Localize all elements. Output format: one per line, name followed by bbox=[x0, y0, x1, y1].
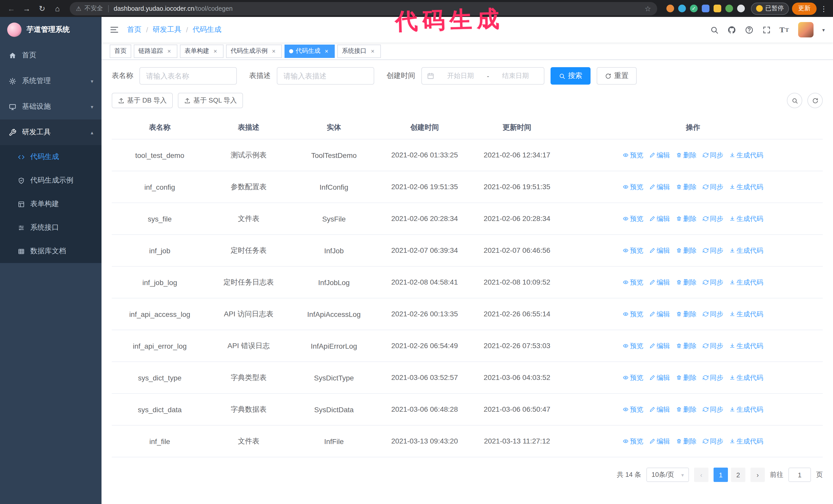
extension-icon-2[interactable] bbox=[678, 5, 686, 12]
close-icon[interactable]: × bbox=[369, 47, 376, 55]
generate-code-link[interactable]: 生成代码 bbox=[730, 405, 763, 414]
preview-link[interactable]: 预览 bbox=[623, 341, 643, 351]
delete-link[interactable]: 删除 bbox=[676, 309, 697, 319]
generate-code-link[interactable]: 生成代码 bbox=[730, 373, 763, 382]
edit-link[interactable]: 编辑 bbox=[649, 150, 670, 160]
generate-code-link[interactable]: 生成代码 bbox=[730, 214, 763, 223]
sidebar-item-infrastructure[interactable]: 基础设施▾ bbox=[0, 94, 101, 119]
sync-link[interactable]: 同步 bbox=[703, 278, 723, 287]
help-icon[interactable] bbox=[744, 25, 753, 34]
delete-link[interactable]: 删除 bbox=[676, 405, 697, 414]
tab-codegen[interactable]: 代码生成× bbox=[285, 44, 335, 58]
search-icon[interactable] bbox=[710, 25, 718, 34]
delete-link[interactable]: 删除 bbox=[676, 278, 697, 287]
sidebar-item-db-doc[interactable]: 数据库文档 bbox=[0, 239, 101, 263]
edit-link[interactable]: 编辑 bbox=[649, 405, 670, 414]
sidebar-item-system-management[interactable]: 系统管理▾ bbox=[0, 68, 101, 94]
sync-link[interactable]: 同步 bbox=[703, 309, 723, 319]
generate-code-link[interactable]: 生成代码 bbox=[730, 278, 763, 287]
address-bar[interactable]: ⚠ 不安全 dashboard.yudao.iocoder.cn/tool/co… bbox=[70, 2, 657, 15]
tab-form-builder[interactable]: 表单构建× bbox=[180, 44, 223, 58]
edit-link[interactable]: 编辑 bbox=[649, 246, 670, 255]
sync-link[interactable]: 同步 bbox=[703, 214, 723, 223]
generate-code-link[interactable]: 生成代码 bbox=[730, 309, 763, 319]
preview-link[interactable]: 预览 bbox=[623, 278, 643, 287]
sidebar-item-home[interactable]: 首页 bbox=[0, 43, 101, 68]
browser-update-button[interactable]: 更新 bbox=[792, 2, 816, 15]
extension-icon-5[interactable] bbox=[714, 5, 721, 12]
github-icon[interactable] bbox=[727, 25, 736, 34]
date-range-picker[interactable]: 开始日期 - 结束日期 bbox=[421, 67, 544, 85]
sync-link[interactable]: 同步 bbox=[703, 150, 723, 160]
preview-link[interactable]: 预览 bbox=[623, 214, 643, 223]
generate-code-link[interactable]: 生成代码 bbox=[730, 150, 763, 160]
goto-page-input[interactable] bbox=[788, 467, 811, 482]
sync-link[interactable]: 同步 bbox=[703, 182, 723, 192]
prev-page-button[interactable]: ‹ bbox=[694, 467, 709, 482]
browser-menu-icon[interactable]: ⋮ bbox=[820, 4, 828, 13]
sync-link[interactable]: 同步 bbox=[703, 246, 723, 255]
browser-back-icon[interactable]: ← bbox=[5, 4, 18, 13]
edit-link[interactable]: 编辑 bbox=[649, 309, 670, 319]
sidebar-item-dev-tools[interactable]: 研发工具▴ bbox=[0, 119, 101, 145]
edit-link[interactable]: 编辑 bbox=[649, 341, 670, 351]
hamburger-icon[interactable] bbox=[110, 25, 119, 34]
sidebar-item-codegen[interactable]: 代码生成 bbox=[0, 145, 101, 169]
app-logo[interactable]: 芋道管理系统 bbox=[0, 17, 101, 43]
delete-link[interactable]: 删除 bbox=[676, 373, 697, 382]
sync-link[interactable]: 同步 bbox=[703, 341, 723, 351]
chevron-down-icon[interactable]: ▾ bbox=[822, 27, 825, 32]
delete-link[interactable]: 删除 bbox=[676, 150, 697, 160]
table-name-input[interactable] bbox=[139, 67, 237, 85]
browser-reload-icon[interactable]: ↻ bbox=[36, 4, 48, 13]
delete-link[interactable]: 删除 bbox=[676, 214, 697, 223]
table-desc-input[interactable] bbox=[277, 67, 374, 85]
tab-system-api[interactable]: 系统接口× bbox=[337, 44, 381, 58]
tab-home[interactable]: 首页 bbox=[110, 44, 131, 58]
edit-link[interactable]: 编辑 bbox=[649, 182, 670, 192]
extension-icon-3[interactable]: ✓ bbox=[690, 5, 698, 12]
tab-codegen-example[interactable]: 代码生成示例× bbox=[226, 44, 282, 58]
breadcrumb-home[interactable]: 首页 bbox=[127, 25, 142, 34]
preview-link[interactable]: 预览 bbox=[623, 150, 643, 160]
delete-link[interactable]: 删除 bbox=[676, 182, 697, 192]
breadcrumb-devtools[interactable]: 研发工具 bbox=[153, 25, 182, 34]
sync-link[interactable]: 同步 bbox=[703, 437, 723, 446]
preview-link[interactable]: 预览 bbox=[623, 373, 643, 382]
preview-link[interactable]: 预览 bbox=[623, 437, 643, 446]
edit-link[interactable]: 编辑 bbox=[649, 278, 670, 287]
sidebar-item-system-api[interactable]: 系统接口 bbox=[0, 216, 101, 239]
import-sql-button[interactable]: 基于 SQL 导入 bbox=[178, 93, 243, 108]
close-icon[interactable]: × bbox=[270, 47, 277, 55]
sidebar-item-form-builder[interactable]: 表单构建 bbox=[0, 192, 101, 216]
generate-code-link[interactable]: 生成代码 bbox=[730, 246, 763, 255]
profile-paused-badge[interactable]: 已暂停 bbox=[751, 2, 789, 15]
extension-icon-7[interactable] bbox=[737, 5, 745, 12]
extension-icon-4[interactable] bbox=[702, 5, 710, 12]
sync-link[interactable]: 同步 bbox=[703, 405, 723, 414]
sync-link[interactable]: 同步 bbox=[703, 373, 723, 382]
reset-button[interactable]: 重置 bbox=[597, 67, 637, 85]
edit-link[interactable]: 编辑 bbox=[649, 214, 670, 223]
fullscreen-icon[interactable] bbox=[762, 25, 771, 34]
close-icon[interactable]: × bbox=[323, 47, 330, 55]
refresh-table-button[interactable] bbox=[807, 93, 823, 108]
edit-link[interactable]: 编辑 bbox=[649, 373, 670, 382]
generate-code-link[interactable]: 生成代码 bbox=[730, 437, 763, 446]
page-button-1[interactable]: 1 bbox=[714, 467, 728, 482]
next-page-button[interactable]: › bbox=[751, 467, 765, 482]
preview-link[interactable]: 预览 bbox=[623, 182, 643, 192]
delete-link[interactable]: 删除 bbox=[676, 341, 697, 351]
delete-link[interactable]: 删除 bbox=[676, 437, 697, 446]
toggle-search-button[interactable] bbox=[787, 93, 802, 108]
close-icon[interactable]: × bbox=[212, 47, 219, 55]
user-avatar[interactable] bbox=[798, 22, 813, 38]
search-button[interactable]: 搜索 bbox=[551, 67, 591, 85]
generate-code-link[interactable]: 生成代码 bbox=[730, 341, 763, 351]
font-size-icon[interactable]: TT bbox=[780, 25, 789, 34]
browser-home-icon[interactable]: ⌂ bbox=[51, 4, 64, 13]
page-button-2[interactable]: 2 bbox=[731, 467, 745, 482]
tab-tracing[interactable]: 链路追踪× bbox=[134, 44, 177, 58]
edit-link[interactable]: 编辑 bbox=[649, 437, 670, 446]
generate-code-link[interactable]: 生成代码 bbox=[730, 182, 763, 192]
